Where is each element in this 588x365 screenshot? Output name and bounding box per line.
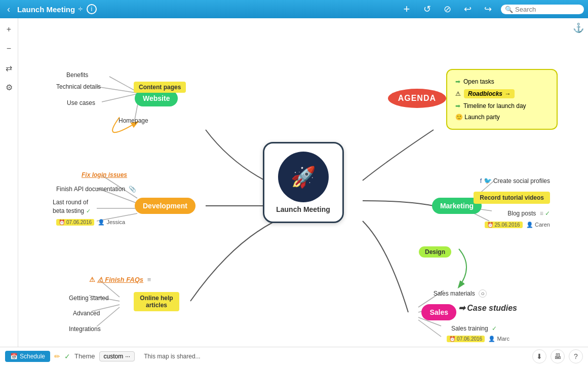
website-homepage: Homepage — [119, 117, 148, 124]
branch-agenda[interactable]: AGENDA — [388, 89, 446, 108]
check-icon[interactable]: ✓ — [64, 352, 70, 360]
footer-bar: 📅 Schedule ✏ ✓ Theme custom ··· This map… — [0, 347, 588, 365]
sales-date: ⏰ 07.06.2016 👤 Marc — [447, 335, 509, 342]
marketing-social: f 🐦 Create social profiles — [480, 177, 550, 185]
dev-date-badge: ⏰ 07.06.2016 — [56, 219, 94, 226]
fix-login: Fix login issues — [82, 171, 127, 178]
online-help-box: Online helparticles — [134, 292, 179, 311]
sales-training: Sales training ✓ — [451, 325, 497, 332]
website-benefits: Benefits — [66, 71, 88, 79]
agenda-timeline: ➡ Timeline for launch day — [455, 100, 548, 112]
shared-label: This map is shared... — [144, 353, 200, 360]
record-tutorial-box: Record tutorial videos — [474, 192, 550, 204]
last-round: Last round of beta testing ✓ — [53, 198, 91, 215]
left-sidebar: + − ⇄ ⚙ — [0, 18, 18, 347]
center-node[interactable]: 🚀 Launch Meeting — [263, 142, 344, 223]
settings-button[interactable]: ⚙ — [2, 80, 16, 94]
theme-label: Theme — [74, 352, 95, 360]
sales-date-badge: ⏰ 07.06.2016 — [447, 336, 485, 342]
support-integrations: Integrations — [69, 325, 101, 333]
zoom-out-button[interactable]: − — [2, 42, 16, 56]
layout-button[interactable]: ⇄ — [2, 61, 16, 75]
undo-button[interactable]: ↩ — [460, 2, 475, 16]
website-usecases: Use cases — [67, 99, 95, 106]
website-technical: Technical details — [56, 83, 101, 90]
header-tools: + ↺ ⊘ ↩ ↪ 🔍 — [400, 2, 584, 16]
roadblocks-btn[interactable]: Roadblocks → — [464, 89, 515, 98]
loop-button[interactable]: ↺ — [420, 2, 434, 16]
search-box[interactable]: 🔍 — [501, 5, 584, 14]
pencil-icon[interactable]: ✏ — [54, 352, 60, 360]
rocket-icon: 🚀 — [278, 152, 329, 202]
schedule-button[interactable]: 📅 Schedule — [5, 351, 50, 362]
branch-sales[interactable]: Sales — [421, 304, 456, 320]
schedule-icon: 📅 — [10, 353, 18, 360]
canvas: 🚀 Launch Meeting Website Benefits Techni… — [18, 18, 588, 347]
agenda-launch-party: 🙂 Launch party — [455, 112, 548, 123]
add-button[interactable]: + — [400, 2, 414, 16]
marketing-date-badge: ⏰ 25.06.2016 — [485, 222, 523, 228]
case-studies-box: ➡ Case studies — [458, 303, 517, 313]
help-button[interactable]: ? — [569, 349, 583, 363]
search-input[interactable] — [515, 6, 576, 13]
marketing-date: ⏰ 25.06.2016 👤 Caren — [485, 221, 550, 228]
anchor-icon[interactable]: ⚓ — [573, 22, 584, 33]
custom-button[interactable]: custom ··· — [99, 351, 135, 361]
finish-api: Finish API documentation 📎 — [56, 186, 136, 193]
search-icon: 🔍 — [505, 6, 513, 13]
agenda-box: ➡ Open tasks ⚠ Roadblocks → ➡ Timeline f… — [446, 69, 558, 130]
download-button[interactable]: ⬇ — [532, 349, 546, 363]
marketing-blog: Blog posts ≡ ✓ — [507, 210, 550, 217]
content-pages-box: Content pages — [134, 82, 186, 93]
dev-date: ⏰ 07.06.2016 👤 Jessica — [56, 218, 125, 226]
agenda-open-tasks: ➡ Open tasks — [455, 76, 548, 87]
header-title: Launch Meeting ÷ — [17, 5, 83, 14]
no-entry-button[interactable]: ⊘ — [440, 2, 454, 16]
finish-faqs: ⚠ ⚠ Finish FAQs ≡ — [89, 276, 151, 283]
design-node[interactable]: Design — [419, 246, 451, 258]
support-advanced: Advanced — [73, 310, 100, 317]
zoom-in-button[interactable]: + — [2, 22, 16, 36]
print-button[interactable]: 🖶 — [551, 349, 565, 363]
redo-button[interactable]: ↪ — [481, 2, 495, 16]
branch-development[interactable]: Development — [135, 198, 195, 214]
support-getting-started: Getting started — [69, 295, 109, 302]
back-button[interactable]: ‹ — [4, 3, 13, 16]
agenda-roadblocks: ⚠ Roadblocks → — [455, 87, 548, 100]
sales-materials: Sales materials ○ — [434, 289, 487, 298]
info-icon[interactable]: i — [87, 4, 97, 14]
center-label: Launch Meeting — [276, 205, 330, 213]
header-bar: ‹ Launch Meeting ÷ i + ↺ ⊘ ↩ ↪ 🔍 — [0, 0, 588, 18]
